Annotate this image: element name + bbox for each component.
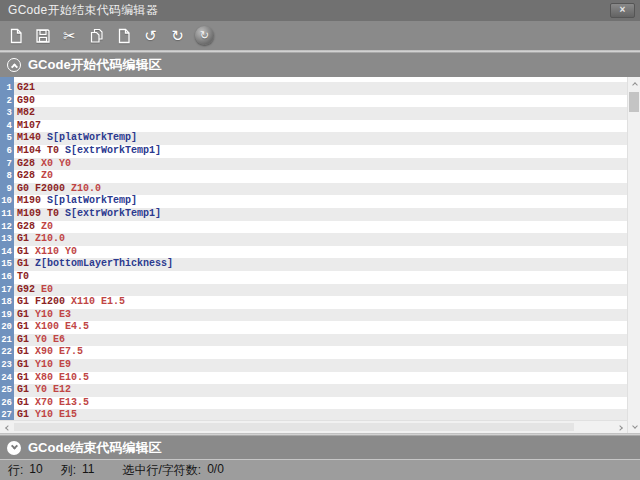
- code-line[interactable]: 5M140 S[platWorkTemp]: [0, 132, 627, 145]
- line-number: 9: [0, 183, 14, 196]
- line-number: 20: [0, 321, 14, 334]
- line-number: 26: [0, 397, 14, 410]
- save-button[interactable]: [31, 24, 54, 47]
- redo-button[interactable]: ↻: [166, 24, 189, 47]
- vertical-scrollbar[interactable]: [627, 77, 640, 433]
- code-line[interactable]: 22G1 X90 E7.5: [0, 346, 627, 359]
- code-line-text: G92 E0: [14, 284, 627, 297]
- status-line: 行: 10: [8, 462, 43, 479]
- chevron-left-icon: [5, 425, 11, 431]
- undo-icon: ↺: [144, 28, 157, 43]
- code-line-text: G1 Y0 E12: [14, 384, 627, 397]
- copy-button[interactable]: [85, 24, 108, 47]
- code-line[interactable]: 21G1 Y0 E6: [0, 334, 627, 347]
- code-line[interactable]: 12G28 Z0: [0, 221, 627, 234]
- status-selection: 选中行/字符数: 0/0: [123, 462, 224, 479]
- line-number: 5: [0, 132, 14, 145]
- line-number: 22: [0, 346, 14, 359]
- line-number: 27: [0, 409, 14, 420]
- code-line[interactable]: 15G1 Z[bottomLayerThickness]: [0, 258, 627, 271]
- cut-button[interactable]: ✂: [58, 24, 81, 47]
- paste-button[interactable]: [112, 24, 135, 47]
- scroll-right-button[interactable]: [614, 421, 627, 433]
- paste-icon: [116, 28, 132, 44]
- code-line[interactable]: 25G1 Y0 E12: [0, 384, 627, 397]
- code-line[interactable]: 10M190 S[platWorkTemp]: [0, 195, 627, 208]
- chevron-up-icon: [632, 82, 638, 88]
- chevron-right-icon: [617, 425, 623, 431]
- line-number: 15: [0, 258, 14, 271]
- chevron-down-icon: [632, 423, 638, 429]
- code-line[interactable]: 1G21: [0, 82, 627, 95]
- copy-icon: [89, 28, 105, 44]
- code-line[interactable]: 17G92 E0: [0, 284, 627, 297]
- start-section-header[interactable]: GCode开始代码编辑区: [0, 53, 640, 77]
- code-line-text: G1 X110 Y0: [14, 246, 627, 259]
- line-number: 7: [0, 158, 14, 171]
- code-line[interactable]: 27G1 Y10 E15: [0, 409, 627, 420]
- code-line-text: M104 T0 S[extrWorkTemp1]: [14, 145, 627, 158]
- code-line[interactable]: 18G1 F1200 X110 E1.5: [0, 296, 627, 309]
- column-value: 11: [82, 462, 94, 479]
- code-line-text: G1 X90 E7.5: [14, 346, 627, 359]
- horizontal-scrollbar[interactable]: [0, 420, 627, 433]
- code-line-text: G28 X0 Y0: [14, 158, 627, 171]
- horizontal-scroll-thumb[interactable]: [14, 423, 574, 431]
- line-number: 14: [0, 246, 14, 259]
- code-line[interactable]: 3M82: [0, 107, 627, 120]
- end-section-header[interactable]: GCode结束代码编辑区: [0, 436, 640, 459]
- title-bar[interactable]: GCode开始结束代码编辑器 ×: [0, 0, 640, 21]
- code-line[interactable]: 23G1 Y10 E9: [0, 359, 627, 372]
- line-number: 12: [0, 221, 14, 234]
- code-line[interactable]: 11M109 T0 S[extrWorkTemp1]: [0, 208, 627, 221]
- code-line[interactable]: 8G28 Z0: [0, 170, 627, 183]
- save-icon: [35, 28, 51, 44]
- close-button[interactable]: ×: [610, 3, 635, 18]
- code-line-text: G21: [14, 82, 627, 95]
- line-number: 19: [0, 309, 14, 322]
- app-window: GCode开始结束代码编辑器 × ✂: [0, 0, 640, 480]
- code-line-text: G1 Z10.0: [14, 233, 627, 246]
- code-line[interactable]: 9G0 F2000 Z10.0: [0, 183, 627, 196]
- scroll-down-button[interactable]: [628, 420, 640, 433]
- code-line-text: M190 S[platWorkTemp]: [14, 195, 627, 208]
- code-area[interactable]: 1G212G903M824M1075M140 S[platWorkTemp]6M…: [0, 77, 627, 420]
- line-number: 25: [0, 384, 14, 397]
- code-line[interactable]: 2G90: [0, 95, 627, 108]
- code-line-text: G1 X80 E10.5: [14, 372, 627, 385]
- scroll-up-button[interactable]: [628, 77, 640, 90]
- line-label: 行:: [8, 462, 23, 479]
- code-line[interactable]: 26G1 X70 E13.5: [0, 397, 627, 410]
- close-icon: ×: [620, 4, 626, 15]
- code-line[interactable]: 4M107: [0, 120, 627, 133]
- code-line-text: G1 Y10 E9: [14, 359, 627, 372]
- code-line[interactable]: 20G1 X100 E4.5: [0, 321, 627, 334]
- code-line[interactable]: 14G1 X110 Y0: [0, 246, 627, 259]
- toolbar: ✂ ↺ ↻ ↻: [0, 21, 640, 50]
- code-line[interactable]: 6M104 T0 S[extrWorkTemp1]: [0, 145, 627, 158]
- code-line-text: G28 Z0: [14, 221, 627, 234]
- code-line[interactable]: 16T0: [0, 271, 627, 284]
- reset-button[interactable]: ↻: [193, 24, 216, 47]
- start-section-title: GCode开始代码编辑区: [28, 56, 162, 74]
- code-line[interactable]: 19G1 Y10 E3: [0, 309, 627, 322]
- code-line[interactable]: 13G1 Z10.0: [0, 233, 627, 246]
- code-line[interactable]: 24G1 X80 E10.5: [0, 372, 627, 385]
- code-line-text: M109 T0 S[extrWorkTemp1]: [14, 208, 627, 221]
- scroll-left-button[interactable]: [0, 421, 13, 433]
- code-line-text: T0: [14, 271, 627, 284]
- code-line-text: G1 F1200 X110 E1.5: [14, 296, 627, 309]
- code-line[interactable]: 7G28 X0 Y0: [0, 158, 627, 171]
- collapse-up-icon: [7, 58, 21, 72]
- cut-icon: ✂: [63, 28, 76, 43]
- line-number: 6: [0, 145, 14, 158]
- vertical-scroll-thumb[interactable]: [629, 92, 639, 112]
- reset-icon: ↻: [195, 26, 214, 45]
- code-line-text: G1 Y0 E6: [14, 334, 627, 347]
- new-file-button[interactable]: [4, 24, 27, 47]
- line-number: 21: [0, 334, 14, 347]
- code-line-text: G1 Z[bottomLayerThickness]: [14, 258, 627, 271]
- undo-button[interactable]: ↺: [139, 24, 162, 47]
- line-number: 10: [0, 195, 14, 208]
- status-bar: 行: 10 列: 11 选中行/字符数: 0/0: [0, 459, 640, 480]
